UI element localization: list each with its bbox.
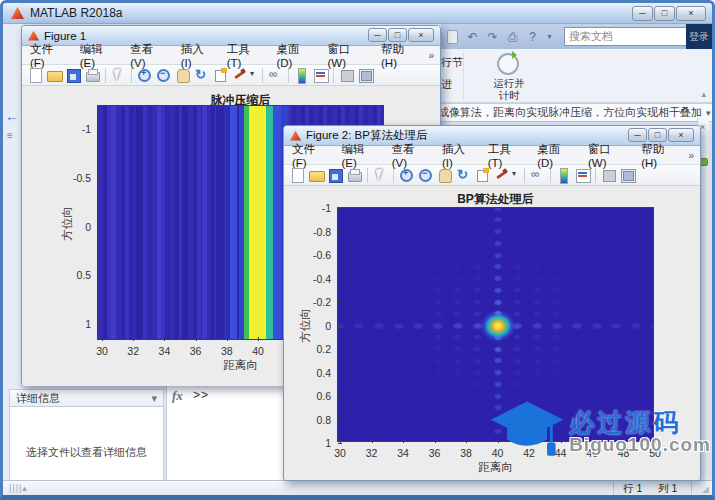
toolbar-separator bbox=[131, 68, 132, 83]
psf-grid-lobe bbox=[531, 286, 544, 294]
command-window[interactable]: fx >> bbox=[166, 384, 288, 481]
details-panel-header[interactable]: 详细信息 ▾ bbox=[10, 390, 163, 407]
insert-colorbar-icon[interactable] bbox=[293, 67, 310, 83]
dock-figure-icon[interactable] bbox=[619, 167, 636, 183]
help-dropdown-icon[interactable]: ▾ bbox=[541, 28, 558, 45]
link-plots-icon[interactable] bbox=[529, 167, 546, 183]
link-plots-icon[interactable] bbox=[267, 67, 284, 83]
new-figure-icon[interactable] bbox=[289, 167, 306, 183]
brush-dropdown-icon[interactable] bbox=[250, 67, 258, 83]
print-figure-icon[interactable] bbox=[346, 167, 363, 183]
statusbar-grip-icon[interactable]: ||||▴ bbox=[9, 483, 28, 493]
menu-overflow-icon[interactable]: » bbox=[428, 50, 434, 61]
resize-grip-icon[interactable]: ◢ bbox=[702, 484, 709, 494]
redo-icon[interactable]: ↷ bbox=[484, 28, 501, 45]
save-figure-icon[interactable] bbox=[327, 167, 344, 183]
psf-azimuth-sidelobe bbox=[492, 392, 504, 401]
rotate-3d-icon[interactable] bbox=[455, 167, 472, 183]
insert-legend-icon[interactable] bbox=[312, 67, 329, 83]
menu-item-6[interactable]: 窗口(W) bbox=[327, 42, 368, 69]
zoom-out-icon[interactable] bbox=[417, 167, 434, 183]
insert-legend-icon[interactable] bbox=[574, 167, 591, 183]
ribbon-fragment-advance[interactable]: 进 bbox=[441, 77, 452, 92]
menu-item-3[interactable]: 插入(I) bbox=[181, 42, 214, 69]
rotate-3d-icon[interactable] bbox=[193, 67, 210, 83]
save-figure-icon[interactable] bbox=[65, 67, 82, 83]
edit-plot-pointer-icon[interactable] bbox=[372, 167, 389, 183]
run-and-time-icon[interactable] bbox=[497, 53, 519, 75]
zoom-out-icon[interactable] bbox=[155, 67, 172, 83]
undo-icon[interactable]: ↶ bbox=[464, 28, 481, 45]
x-tick-label: 32 bbox=[127, 345, 139, 357]
brush-icon[interactable] bbox=[231, 67, 248, 83]
psf-grid-lobe bbox=[511, 298, 524, 306]
figure2-minimize-button[interactable]: ─ bbox=[628, 128, 647, 142]
data-cursor-icon[interactable] bbox=[212, 67, 229, 83]
menu-item-5[interactable]: 桌面(D) bbox=[276, 42, 314, 69]
edit-plot-pointer-icon[interactable] bbox=[110, 67, 127, 83]
open-file-icon[interactable] bbox=[308, 167, 325, 183]
psf-range-sidelobe bbox=[608, 321, 624, 331]
figure1-minimize-button[interactable]: ─ bbox=[368, 28, 387, 42]
menu-item-3[interactable]: 插入(I) bbox=[442, 142, 475, 169]
menu-item-5[interactable]: 桌面(D) bbox=[537, 142, 575, 169]
menu-item-0[interactable]: 文件(F) bbox=[30, 42, 67, 69]
chevron-down-icon[interactable]: ▾ bbox=[151, 392, 157, 405]
data-cursor-icon[interactable] bbox=[474, 167, 491, 183]
menu-item-1[interactable]: 编辑(E) bbox=[342, 142, 379, 169]
figure1-maximize-button[interactable]: □ bbox=[388, 28, 407, 42]
insert-colorbar-icon[interactable] bbox=[555, 167, 572, 183]
close-button[interactable]: × bbox=[676, 6, 706, 21]
maximize-button[interactable]: □ bbox=[654, 6, 675, 21]
psf-azimuth-sidelobe bbox=[492, 274, 504, 283]
new-figure-icon[interactable] bbox=[27, 67, 44, 83]
collapse-ribbon-icon[interactable]: ▴ bbox=[701, 89, 706, 99]
figure2-close-button[interactable]: × bbox=[668, 128, 694, 142]
paste-icon[interactable] bbox=[444, 28, 461, 45]
psf-grid-lobe bbox=[550, 380, 563, 388]
figure-icon bbox=[290, 131, 301, 141]
zoom-in-icon[interactable] bbox=[136, 67, 153, 83]
psf-azimuth-sidelobe bbox=[492, 356, 504, 365]
zoom-in-icon[interactable] bbox=[398, 167, 415, 183]
hide-plot-tools-icon[interactable] bbox=[600, 167, 617, 183]
folder-list-icon[interactable]: ≡ bbox=[7, 130, 13, 141]
hide-plot-tools-icon[interactable] bbox=[338, 67, 355, 83]
psf-range-sidelobe bbox=[371, 321, 387, 331]
figure2-maximize-button[interactable]: □ bbox=[648, 128, 667, 142]
file-description-bar[interactable]: 形成像算法，距离向实现脉冲压缩，方位向实现相干叠加 ▾ bbox=[441, 103, 712, 122]
menu-item-4[interactable]: 工具(T) bbox=[488, 142, 525, 169]
x-tick-mark bbox=[227, 337, 228, 341]
figure1-close-button[interactable]: × bbox=[408, 28, 434, 42]
open-file-icon[interactable] bbox=[46, 67, 63, 83]
psf-range-sidelobe bbox=[410, 321, 426, 331]
print-icon[interactable]: ⎙ bbox=[504, 28, 521, 45]
menu-item-7[interactable]: 帮助(H) bbox=[641, 142, 679, 169]
menu-item-0[interactable]: 文件(F) bbox=[292, 142, 329, 169]
y-tick-mark bbox=[98, 178, 102, 179]
run-and-time-button[interactable]: 运行并计时 bbox=[485, 77, 533, 101]
menu-item-1[interactable]: 编辑(E) bbox=[80, 42, 117, 69]
ribbon-fragment-run-section[interactable]: 行节 bbox=[441, 55, 463, 70]
back-arrow-icon[interactable]: ← bbox=[5, 108, 19, 124]
figure2-heatmap bbox=[338, 208, 653, 441]
minimize-button[interactable]: ─ bbox=[632, 6, 653, 21]
brush-dropdown-icon[interactable] bbox=[512, 167, 520, 183]
menu-item-4[interactable]: 工具(T) bbox=[227, 42, 264, 69]
menu-item-2[interactable]: 查看(V) bbox=[130, 42, 167, 69]
help-icon[interactable]: ? bbox=[524, 28, 541, 45]
pan-icon[interactable] bbox=[174, 67, 191, 83]
menu-item-2[interactable]: 查看(V) bbox=[392, 142, 429, 169]
pan-icon[interactable] bbox=[436, 167, 453, 183]
dock-figure-icon[interactable] bbox=[357, 67, 374, 83]
menu-item-6[interactable]: 窗口(W) bbox=[588, 142, 628, 169]
brush-icon[interactable] bbox=[493, 167, 510, 183]
print-figure-icon[interactable] bbox=[84, 67, 101, 83]
signin-button[interactable]: 登录 bbox=[686, 24, 712, 49]
psf-grid-lobe bbox=[511, 380, 524, 388]
menu-overflow-icon[interactable]: » bbox=[688, 150, 694, 161]
figure2-axes[interactable]: 3032343638404244464850-1-0.8-0.6-0.4-0.2… bbox=[337, 207, 654, 442]
dropdown-caret-icon[interactable]: ▾ bbox=[706, 108, 711, 118]
menu-item-7[interactable]: 帮助(H) bbox=[381, 42, 419, 69]
psf-range-sidelobe bbox=[549, 321, 565, 331]
